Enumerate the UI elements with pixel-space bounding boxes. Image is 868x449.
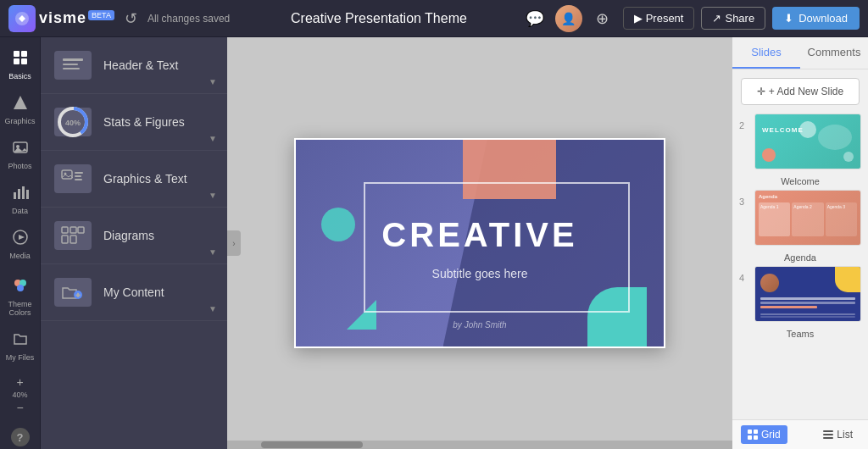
welcome-thumb-bg: WELCOME	[755, 114, 860, 169]
teams-line2	[760, 302, 855, 304]
slide-author: by John Smith	[296, 320, 664, 330]
panel-item-stats-figures[interactable]: 40% Stats & Figures ▼	[41, 94, 227, 151]
svg-rect-3	[14, 58, 19, 64]
teams-yellow	[835, 267, 860, 292]
sidebar-item-my-files[interactable]: My Files	[2, 325, 39, 367]
agenda-title: Agenda	[759, 194, 857, 199]
panel-item-my-content[interactable]: + My Content ▼	[41, 264, 227, 321]
svg-rect-37	[748, 435, 752, 440]
slide-thumb-row-welcome: 2 WELCOME	[739, 114, 861, 169]
document-title[interactable]: Creative Presentation Theme	[243, 11, 514, 26]
content-panel: Header & Text ▼ 40% Stats & Figures ▼ Gr…	[41, 37, 227, 449]
slide-thumbnail-teams[interactable]	[754, 266, 861, 322]
add-collaborator-button[interactable]: ⊕	[589, 5, 616, 32]
present-button[interactable]: ▶ Present	[623, 7, 695, 30]
my-files-label: My Files	[6, 353, 35, 362]
slide-title: CREATIVE	[296, 216, 664, 254]
add-icon: +	[16, 375, 23, 389]
media-label: Media	[9, 252, 31, 260]
svg-point-16	[17, 285, 24, 291]
svg-rect-19	[63, 68, 80, 69]
svg-rect-26	[75, 175, 81, 177]
svg-rect-36	[754, 430, 758, 434]
slide-thumbnail-welcome[interactable]: WELCOME	[754, 114, 861, 169]
diagrams-icon	[54, 221, 92, 250]
list-item: 2 WELCOME Welcome	[739, 114, 861, 186]
download-label: Download	[798, 12, 848, 25]
topbar: visme BETA ↺ All changes saved Creative …	[0, 0, 868, 37]
help-button[interactable]: ?	[2, 423, 39, 449]
svg-rect-35	[748, 430, 752, 434]
svg-rect-18	[63, 64, 78, 65]
beta-badge: BETA	[88, 10, 114, 20]
welcome-text: WELCOME	[762, 126, 804, 134]
panel-item-header-text[interactable]: Header & Text ▼	[41, 37, 227, 94]
slide-subtitle: Subtitle goes here	[296, 267, 664, 280]
list-view-button[interactable]: List	[816, 425, 860, 444]
svg-rect-28	[62, 227, 68, 233]
help-icon: ?	[11, 428, 30, 446]
slide-thumb-row-agenda: 3 Agenda Agenda 1 Agenda 2 Agenda 3	[739, 190, 861, 246]
svg-text:+: +	[76, 291, 81, 299]
slide-thumbnail-agenda[interactable]: Agenda Agenda 1 Agenda 2 Agenda 3	[754, 190, 861, 246]
download-button[interactable]: ⬇ Download	[772, 7, 860, 30]
teams-bline2	[760, 316, 855, 318]
avatar[interactable]: 👤	[555, 5, 582, 32]
zoom-level: 40%	[12, 391, 27, 399]
welcome-dot2	[843, 152, 854, 162]
sidebar-item-photos[interactable]: Photos	[2, 134, 39, 175]
panel-item-graphics-text[interactable]: Graphics & Text ▼	[41, 151, 227, 208]
zoom-control[interactable]: + 40% −	[2, 370, 39, 419]
svg-rect-4	[21, 58, 27, 64]
slide-number-2: 2	[739, 120, 749, 130]
my-content-icon: +	[54, 278, 92, 307]
main-content: Basics Graphics Photos Data Media	[0, 37, 868, 449]
theme-colors-label: Theme Colors	[5, 300, 36, 317]
logo-text: visme	[39, 9, 86, 27]
sidebar-item-media[interactable]: Media	[2, 224, 39, 265]
slide-canvas: CREATIVE Subtitle goes here by John Smit…	[294, 138, 665, 348]
svg-rect-17	[63, 58, 83, 61]
plus-icon: ✛	[757, 86, 765, 97]
share-button[interactable]: ↗ Share	[701, 7, 765, 30]
scrollbar-thumb[interactable]	[261, 441, 363, 448]
sidebar-item-basics[interactable]: Basics	[2, 44, 39, 86]
teams-bline1	[760, 313, 855, 315]
graphics-label: Graphics	[5, 117, 36, 125]
minus-icon: −	[16, 401, 23, 414]
canvas-horizontal-scrollbar[interactable]	[227, 441, 732, 449]
sidebar-item-data[interactable]: Data	[2, 179, 39, 220]
present-label: Present	[646, 12, 684, 25]
basics-icon	[12, 49, 29, 70]
logo: visme BETA	[8, 5, 114, 32]
tab-slides[interactable]: Slides	[732, 37, 800, 69]
basics-label: Basics	[8, 72, 31, 80]
my-content-label: My Content	[103, 285, 164, 299]
agenda-columns: Agenda 1 Agenda 2 Agenda 3	[759, 202, 857, 236]
sidebar-item-graphics[interactable]: Graphics	[2, 89, 39, 130]
svg-rect-40	[823, 434, 833, 435]
panel-item-diagrams[interactable]: Diagrams ▼	[41, 208, 227, 264]
share-icon: ↗	[712, 12, 721, 25]
add-new-slide-button[interactable]: ✛ + Add New Slide	[741, 78, 860, 105]
photos-label: Photos	[8, 162, 31, 170]
grid-label: Grid	[761, 429, 781, 441]
sidebar-item-theme-colors[interactable]: Theme Colors	[2, 272, 39, 322]
svg-rect-8	[14, 192, 16, 199]
data-label: Data	[12, 207, 28, 215]
graphics-text-icon	[54, 164, 92, 193]
slide-nav-arrow[interactable]: ›	[227, 230, 241, 256]
diagrams-label: Diagrams	[103, 229, 154, 242]
grid-view-button[interactable]: Grid	[741, 425, 787, 444]
photos-icon	[12, 139, 29, 160]
comment-icon-button[interactable]: 💬	[521, 5, 548, 32]
slide-label-teams: Teams	[739, 329, 861, 339]
svg-rect-38	[754, 435, 758, 440]
teams-avatar	[760, 274, 779, 292]
tab-comments[interactable]: Comments	[800, 37, 868, 69]
svg-rect-27	[75, 179, 82, 180]
svg-rect-25	[75, 172, 83, 174]
undo-button[interactable]: ↺	[121, 6, 141, 31]
my-files-icon	[12, 330, 29, 352]
slide-thumb-row-teams: 4	[739, 266, 861, 322]
